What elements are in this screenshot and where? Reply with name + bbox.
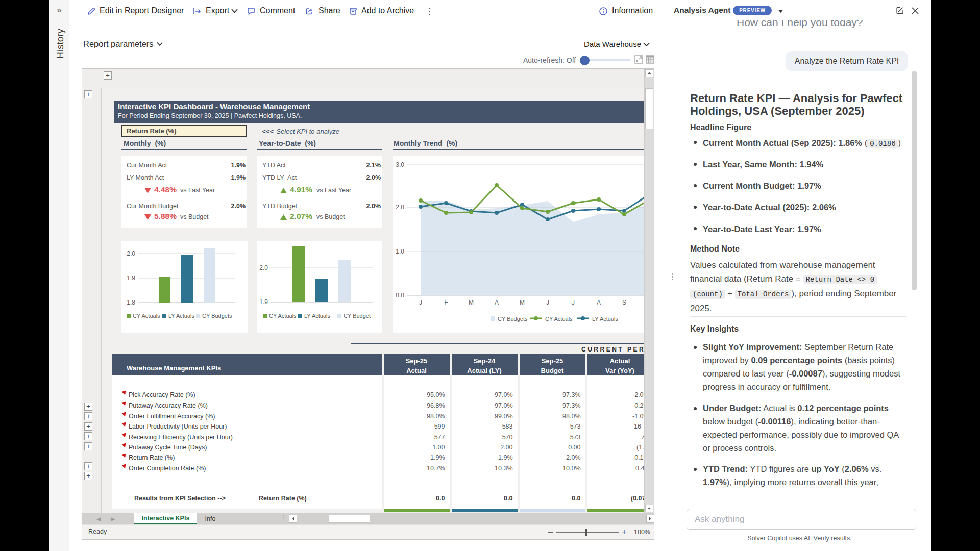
svg-text:A: A	[597, 299, 601, 306]
svg-text:J: J	[546, 299, 549, 306]
svg-text:2.0: 2.0	[127, 250, 135, 257]
svg-text:LY Actuals: LY Actuals	[592, 316, 618, 322]
svg-text:CY Budgets: CY Budgets	[202, 313, 232, 319]
svg-text:CY Actuals: CY Actuals	[269, 313, 297, 319]
svg-text:3.0: 3.0	[396, 161, 404, 168]
svg-text:A: A	[495, 299, 499, 306]
svg-text:S: S	[622, 299, 626, 306]
svg-text:CY Actuals: CY Actuals	[133, 313, 160, 319]
svg-text:M: M	[469, 299, 474, 306]
svg-text:1.8: 1.8	[127, 299, 135, 306]
svg-text:1.0: 1.0	[396, 248, 404, 255]
svg-text:LY Actuals: LY Actuals	[168, 313, 194, 319]
svg-text:1.9: 1.9	[127, 274, 135, 282]
svg-text:1.9: 1.9	[259, 298, 268, 306]
svg-text:LY Actuals: LY Actuals	[304, 313, 330, 319]
svg-text:2.0: 2.0	[259, 264, 268, 271]
svg-text:CY Budget: CY Budget	[344, 313, 371, 319]
svg-text:CY Budgets: CY Budgets	[498, 316, 528, 322]
svg-text:J: J	[419, 299, 422, 306]
svg-text:2.0: 2.0	[396, 204, 404, 211]
svg-text:J: J	[572, 299, 575, 306]
svg-text:0.0: 0.0	[396, 292, 404, 299]
svg-text:CY Actuals: CY Actuals	[545, 316, 573, 322]
svg-text:M: M	[520, 299, 525, 306]
svg-text:F: F	[444, 299, 448, 306]
